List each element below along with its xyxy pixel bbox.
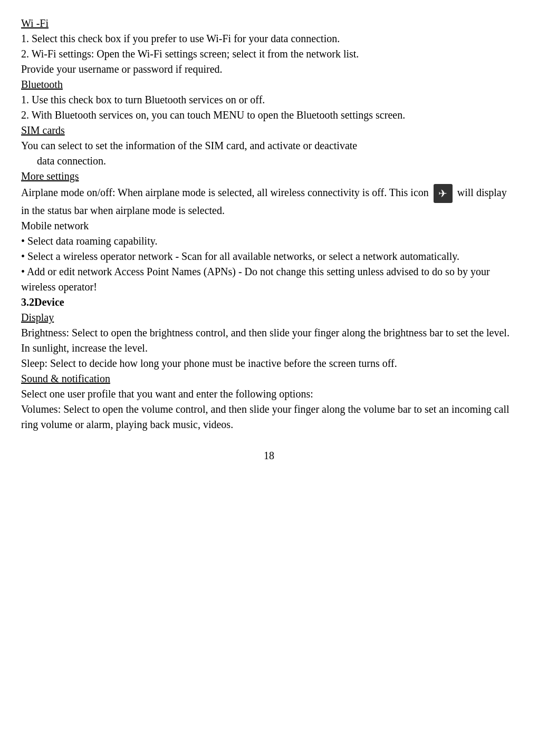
wifi-p2: 2. Wi-Fi settings: Open the Wi-Fi settin… [21, 46, 517, 62]
wifi-p1: 1. Select this check box if you prefer t… [21, 31, 517, 46]
moresettings-heading: More settings [21, 169, 517, 184]
sound-notification-heading: Sound & notification [21, 371, 517, 386]
sound-p2: Volumes: Select to open the volume contr… [21, 402, 517, 432]
mobile-network-p2: • Select a wireless operator network - S… [21, 249, 517, 264]
device-heading: 3.2Device [21, 295, 517, 310]
mobile-network-heading: Mobile network [21, 218, 517, 234]
wifi-p3: Provide your username or password if req… [21, 62, 517, 77]
display-p1: Brightness: Select to open the brightnes… [21, 325, 517, 356]
sound-p1: Select one user profile that you want an… [21, 386, 517, 402]
display-heading: Display [21, 310, 517, 325]
wifi-heading: Wi -Fi [21, 16, 517, 31]
simcards-heading: SIM cards [21, 123, 517, 138]
simcards-p1b: data connection. [37, 153, 517, 169]
airplane-mode-icon: ✈ [434, 184, 453, 203]
simcards-p1: You can select to set the information of… [21, 138, 517, 153]
bluetooth-p2: 2. With Bluetooth services on, you can t… [21, 108, 517, 123]
display-p2: Sleep: Select to decide how long your ph… [21, 356, 517, 371]
page-number: 18 [21, 448, 517, 463]
mobile-network-p3: • Add or edit network Access Point Names… [21, 264, 517, 295]
bluetooth-heading: Bluetooth [21, 77, 517, 92]
mobile-network-p1: • Select data roaming capability. [21, 234, 517, 249]
moresettings-p1: Airplane mode on/off: When airplane mode… [21, 184, 517, 218]
page-content: Wi -Fi 1. Select this check box if you p… [21, 16, 517, 463]
bluetooth-p1: 1. Use this check box to turn Bluetooth … [21, 92, 517, 108]
